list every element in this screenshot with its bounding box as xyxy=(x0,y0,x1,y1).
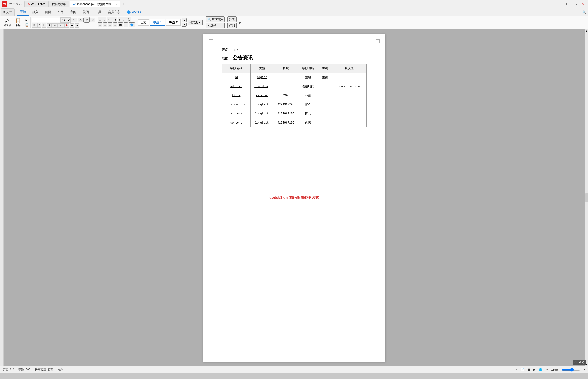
subscript-button[interactable]: X₂ xyxy=(58,23,64,28)
styles-up-button[interactable]: ▲ xyxy=(182,18,187,22)
italic-button[interactable]: I xyxy=(37,23,41,28)
highlight-button[interactable]: A xyxy=(69,23,74,28)
style-heading2[interactable]: 标题 2 xyxy=(166,19,181,26)
numbering-button[interactable]: ≡ xyxy=(102,17,107,22)
calibrate-btn[interactable]: 校对 xyxy=(58,368,64,372)
font-name-input[interactable] xyxy=(32,18,60,22)
table-row: id bigint 主键 主键 xyxy=(222,73,367,82)
wps-tab-icon: W xyxy=(28,2,30,6)
close-button[interactable]: ✕ xyxy=(581,2,586,7)
tab-doc[interactable]: W springboot0px78数据库文档... ✕ xyxy=(69,1,120,7)
justify-button[interactable]: ≡ xyxy=(113,22,118,27)
cell-field-name: id xyxy=(222,73,251,82)
table-row: introduction longtext 4294967295 简介 xyxy=(222,100,367,109)
superscript-button[interactable]: X² xyxy=(52,23,58,28)
ribbon-expand-button[interactable]: ▶ xyxy=(238,21,242,24)
ribbon-tab-view[interactable]: 视图 xyxy=(80,9,92,16)
ribbon-tab-start[interactable]: 开始 xyxy=(17,8,29,16)
status-web-icon[interactable]: 🌐 xyxy=(539,368,542,371)
file-menu-btn[interactable]: ≡ 文件 xyxy=(1,8,15,16)
vertical-scrollbar[interactable]: ▲ ▼ xyxy=(585,29,588,366)
style-normal[interactable]: 正文 xyxy=(138,19,149,26)
tab-wps[interactable]: W WPS Office xyxy=(24,1,49,7)
status-right-group: 👁 📄 ☰ ▶ 🌐 ✏ 135% + xyxy=(515,368,585,372)
style-heading1[interactable]: 标题 1 xyxy=(150,19,165,26)
erase-format-button[interactable]: ✕ xyxy=(90,18,95,22)
document-area: code51.cn-源码乐园盗图必究 表名： news 功能： 公告资讯 字段名… xyxy=(0,29,588,366)
align-c-button[interactable]: ≡ xyxy=(103,22,108,27)
status-list-icon[interactable]: ☰ xyxy=(528,368,530,371)
styles-down-button[interactable]: ▼ xyxy=(182,23,187,27)
status-eye-icon[interactable]: 👁 xyxy=(515,368,518,371)
new-tab-button[interactable]: + xyxy=(121,2,127,7)
scroll-up-btn[interactable]: ▲ xyxy=(586,30,588,32)
language-badge[interactable]: CH ∂ 简 xyxy=(572,360,586,365)
cut-button[interactable]: ✂ xyxy=(25,18,29,22)
indent-left-button[interactable]: ⇤ xyxy=(107,17,112,22)
tab-template[interactable]: 找稻壳模板 xyxy=(49,1,69,7)
ribbon-tab-member[interactable]: 会员专享 xyxy=(105,9,123,16)
cell-field-key: 主键 xyxy=(318,73,332,82)
spell-check[interactable]: 拼写检查: 打开 xyxy=(35,368,53,372)
indent-right-button[interactable]: ⇥ xyxy=(112,17,117,22)
shading-button[interactable]: 🔷 xyxy=(129,22,135,27)
layout-button[interactable]: 排版 xyxy=(227,16,236,22)
font-size-select[interactable]: 10121416 xyxy=(60,17,71,23)
select-button[interactable]: ↖选择 xyxy=(206,23,225,29)
decrease-indent-button[interactable]: ↓ xyxy=(122,17,126,22)
cell-field-type: longtext xyxy=(250,118,273,127)
wpsai-logo-icon: 🔷 xyxy=(127,10,131,14)
ribbon-tab-wpsai[interactable]: 🔷WPS AI xyxy=(123,9,146,16)
border-button[interactable]: A xyxy=(75,23,79,28)
status-page-icon[interactable]: 📄 xyxy=(521,368,524,371)
ribbon-tab-review[interactable]: 审阅 xyxy=(67,9,80,16)
zoom-slider[interactable] xyxy=(562,368,580,372)
scroll-thumb[interactable] xyxy=(586,193,588,202)
table-row: title varchar 200 标题 xyxy=(222,91,367,100)
zoom-in-icon[interactable]: + xyxy=(584,368,585,371)
cell-field-key xyxy=(318,109,332,118)
copy-button[interactable]: 📋 xyxy=(25,23,29,27)
page-indicator: 页面: 1/2 xyxy=(3,368,14,372)
format-brush-icon: 🖌 xyxy=(5,18,10,23)
find-replace-button[interactable]: 🔍查找替换 xyxy=(206,16,225,22)
align-l-button[interactable]: ≡ xyxy=(98,22,102,27)
font-selector-group: 10121416 A+ A- 变 ✕ B I U A X² X₂ A A A xyxy=(31,17,96,28)
ribbon-tab-insert[interactable]: 插入 xyxy=(29,9,42,16)
minimize-button[interactable]: 🗖 xyxy=(565,2,571,7)
search-button[interactable]: 🔍 xyxy=(581,11,588,14)
doc-tab-close[interactable]: ✕ xyxy=(116,3,117,6)
ribbon-tab-tools[interactable]: 工具 xyxy=(92,9,105,16)
line-spacing-button[interactable]: ↕ xyxy=(124,22,128,27)
font-size-decrease[interactable]: A- xyxy=(78,18,84,22)
col-header-desc: 字段说明 xyxy=(298,64,318,73)
arrange-button[interactable]: 排列 xyxy=(227,23,236,29)
doc-scroll-area[interactable]: code51.cn-源码乐园盗图必究 表名： news 功能： 公告资讯 字段名… xyxy=(4,29,585,366)
cell-field-desc: 主键 xyxy=(298,73,318,82)
paste-label: 粘贴 xyxy=(16,24,20,27)
cut-copy-group: ✂ 📋 xyxy=(24,17,31,28)
status-edit-icon[interactable]: ✏ xyxy=(546,368,548,371)
font-color-button[interactable]: A xyxy=(47,23,51,28)
ribbon-tab-ref[interactable]: 引用 xyxy=(54,9,67,16)
styles-group: 正文 标题 1 标题 2 ▲ ▼ 样式集▼ xyxy=(137,17,204,28)
table-name-label: 表名： xyxy=(222,48,232,51)
table-button[interactable]: ⊞ xyxy=(118,22,123,27)
align-r-button[interactable]: ≡ xyxy=(108,22,113,27)
ribbon-tab-page[interactable]: 页面 xyxy=(42,9,54,16)
paste-group: 📋 粘贴 xyxy=(13,17,23,28)
app-logo: W xyxy=(2,1,7,7)
sort-button[interactable]: ⇅ xyxy=(126,17,131,22)
text-color-button[interactable]: A xyxy=(64,23,69,28)
align-left-button[interactable]: ↑ xyxy=(118,17,122,22)
bullets-button[interactable]: ≡ xyxy=(98,17,102,22)
clear-format-button[interactable]: 变 xyxy=(84,17,90,23)
maximize-button[interactable]: 🗗 xyxy=(572,2,579,7)
underline-button[interactable]: U xyxy=(42,23,46,28)
status-play-icon[interactable]: ▶ xyxy=(533,368,536,371)
cell-field-desc: 标题 xyxy=(298,91,318,100)
font-size-increase[interactable]: A+ xyxy=(71,18,77,22)
bold-button[interactable]: B xyxy=(32,23,37,28)
col-header-length: 长度 xyxy=(273,64,298,73)
styles-panel-button[interactable]: 样式集▼ xyxy=(188,20,202,25)
